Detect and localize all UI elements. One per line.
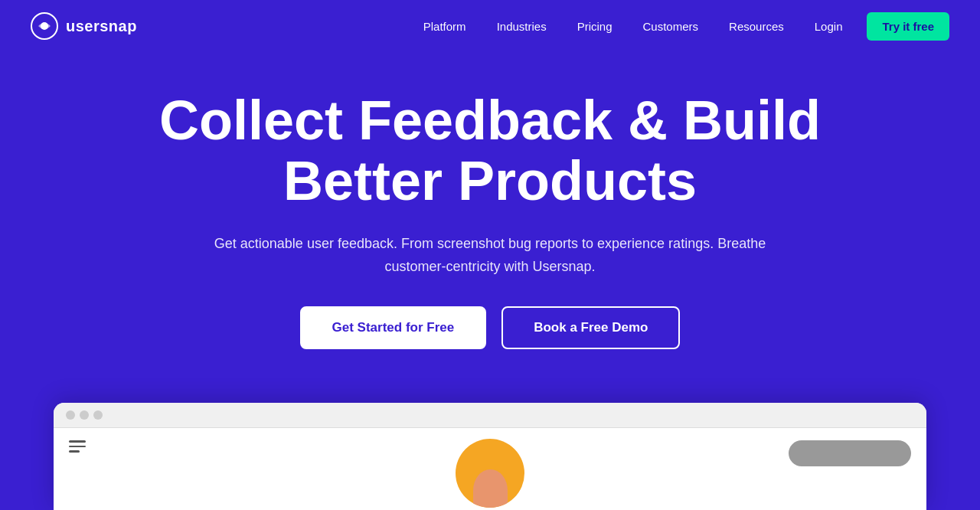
browser-pill-button <box>789 440 911 466</box>
brand-logo[interactable]: usersnap <box>31 12 137 40</box>
svg-point-1 <box>41 22 48 30</box>
avatar <box>456 439 524 508</box>
book-demo-button[interactable]: Book a Free Demo <box>501 306 680 349</box>
brand-name: usersnap <box>66 18 137 35</box>
nav-resources[interactable]: Resources <box>717 14 796 39</box>
hamburger-icon <box>69 440 86 453</box>
hero-buttons: Get Started for Free Book a Free Demo <box>31 306 949 349</box>
hero-section: Collect Feedback & Build Better Products… <box>0 52 980 403</box>
nav-pricing[interactable]: Pricing <box>565 14 625 39</box>
browser-bar <box>54 403 926 428</box>
logo-icon <box>31 12 58 40</box>
browser-dot-2 <box>80 410 89 420</box>
nav-links: Platform Industries Pricing Customers Re… <box>411 12 949 41</box>
hero-subtitle: Get actionable user feedback. From scree… <box>207 233 773 278</box>
get-started-button[interactable]: Get Started for Free <box>300 306 487 349</box>
nav-platform[interactable]: Platform <box>411 14 479 39</box>
browser-dot-3 <box>93 410 103 420</box>
browser-preview <box>54 403 926 510</box>
navbar: usersnap Platform Industries Pricing Cus… <box>0 0 980 52</box>
browser-content <box>54 428 926 508</box>
nav-try-free-button[interactable]: Try it free <box>867 12 949 41</box>
nav-industries[interactable]: Industries <box>485 14 559 39</box>
avatar-head <box>473 469 508 508</box>
avatar-container <box>456 439 524 508</box>
nav-customers[interactable]: Customers <box>631 14 711 39</box>
browser-dot-1 <box>66 410 75 420</box>
nav-login[interactable]: Login <box>802 14 855 39</box>
hero-title: Collect Feedback & Build Better Products <box>145 90 835 211</box>
